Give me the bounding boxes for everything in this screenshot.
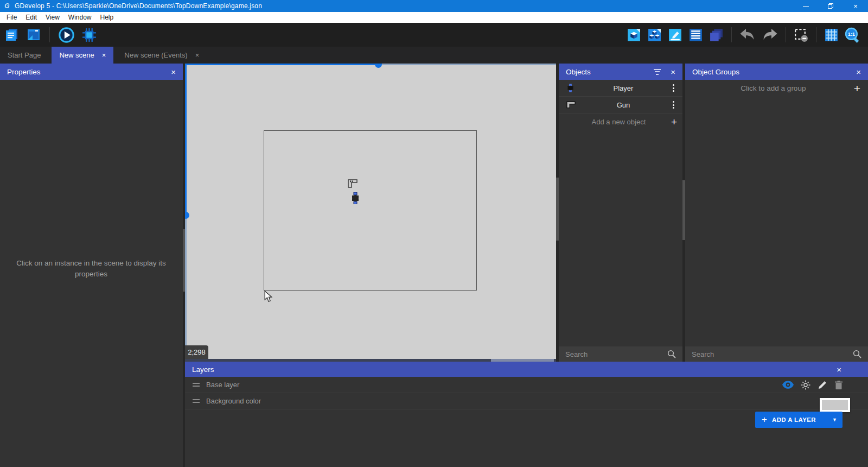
toolbar-separator	[49, 27, 50, 42]
object-name: Gun	[577, 101, 669, 109]
tab-label: New scene (Events)	[124, 51, 187, 59]
object-groups-panel-title: Object Groups	[692, 68, 856, 76]
toolbar-right-group: 1:1	[627, 27, 868, 43]
restore-button[interactable]	[818, 0, 843, 12]
drag-handle-icon[interactable]	[193, 399, 200, 403]
add-layer-button[interactable]: + ADD A LAYER ▼	[755, 412, 843, 428]
properties-panel-header: Properties ×	[0, 64, 183, 80]
plus-icon: +	[671, 117, 677, 127]
objects-close-icon[interactable]: ×	[671, 68, 675, 76]
minimize-icon	[803, 6, 809, 7]
project-manager-icon[interactable]	[4, 27, 20, 42]
canvas-scroll-handle-top[interactable]	[375, 64, 382, 68]
layer-row-background-color[interactable]: Background color	[185, 393, 868, 409]
gdevelop-window: G GDevelop 5 - C:\Users\Sparkle\OneDrive…	[0, 0, 868, 467]
objects-search-bar	[559, 346, 682, 362]
scene-canvas[interactable]: 2;298	[185, 64, 556, 362]
tab-new-scene-events[interactable]: New scene (Events) ×	[117, 47, 207, 64]
game-window-frame	[264, 130, 477, 291]
layers-toolbar-icon[interactable]	[709, 28, 724, 42]
objects-search-input[interactable]	[565, 350, 667, 358]
object-groups-panel-header: Object Groups ×	[685, 64, 868, 80]
layer-actions	[782, 380, 868, 390]
object-groups-icon[interactable]	[647, 28, 662, 42]
add-group-row[interactable]: Click to add a group +	[685, 80, 868, 97]
close-button[interactable]: ×	[843, 0, 868, 12]
menu-view[interactable]: View	[41, 12, 64, 23]
menu-bar: File Edit View Window Help	[0, 12, 868, 23]
layers-panel-header: Layers ×	[185, 362, 868, 377]
cursor-coordinates: 2;298	[188, 348, 206, 356]
toolbar-separator	[786, 27, 786, 42]
add-new-object-row[interactable]: Add a new object +	[559, 113, 682, 130]
undo-icon[interactable]	[739, 28, 756, 42]
properties-empty-message: Click on an instance in the scene to dis…	[10, 258, 173, 280]
tab-start-page[interactable]: Start Page	[0, 47, 48, 64]
objects-editor-icon[interactable]	[627, 28, 641, 42]
start-page-icon[interactable]	[26, 27, 41, 42]
instances-list-icon[interactable]	[688, 28, 703, 42]
player-instance[interactable]	[351, 192, 360, 206]
preview-icon[interactable]	[58, 27, 75, 43]
tab-close-icon[interactable]: ×	[195, 51, 200, 59]
menu-file[interactable]: File	[2, 12, 21, 23]
object-row-gun[interactable]: Gun	[559, 97, 682, 113]
add-object-label: Add a new object	[566, 118, 671, 126]
tab-close-icon[interactable]: ×	[102, 51, 106, 59]
layer-effects-icon[interactable]	[801, 380, 810, 390]
gdevelop-logo-icon: G	[3, 2, 11, 10]
add-layer-label: ADD A LAYER	[772, 416, 820, 423]
restore-icon	[828, 3, 833, 9]
gun-object-icon	[566, 101, 577, 109]
more-options-icon[interactable]	[669, 101, 677, 109]
tab-label: Start Page	[8, 51, 41, 59]
zoom-1-1-icon[interactable]: 1:1	[845, 27, 860, 43]
layer-row-base[interactable]: Base layer	[185, 377, 868, 393]
filter-icon[interactable]	[654, 69, 661, 75]
minimize-button[interactable]	[793, 0, 818, 12]
object-row-player[interactable]: Player	[559, 80, 682, 97]
canvas-scroll-line-left-rest	[185, 215, 187, 362]
layers-close-icon[interactable]: ×	[837, 365, 841, 374]
object-groups-close-icon[interactable]: ×	[856, 68, 861, 76]
objects-panel-header: Objects ×	[559, 64, 682, 80]
debug-icon[interactable]	[81, 27, 97, 43]
drag-handle-icon[interactable]	[193, 383, 200, 387]
layer-delete-icon[interactable]	[834, 380, 843, 390]
window-title: GDevelop 5 - C:\Users\Sparkle\OneDrive\D…	[15, 2, 262, 10]
canvas-scroll-line-top-rest	[378, 64, 556, 65]
objects-panel-title: Objects	[566, 68, 654, 76]
object-groups-search-bar	[685, 346, 868, 362]
properties-icon[interactable]	[668, 28, 682, 42]
visibility-eye-icon[interactable]	[782, 381, 794, 389]
mouse-cursor	[264, 291, 272, 305]
canvas-scroll-line-left	[185, 64, 187, 215]
layers-panel-title: Layers	[192, 365, 837, 374]
deselect-instances-icon[interactable]	[794, 28, 808, 42]
background-color-swatch[interactable]	[820, 398, 850, 412]
toolbar: 1:1	[0, 23, 868, 47]
caret-down-icon[interactable]: ▼	[832, 417, 837, 422]
gun-instance[interactable]	[348, 179, 358, 190]
grid-icon[interactable]	[824, 28, 839, 42]
search-icon	[667, 350, 676, 358]
plus-icon: +	[854, 83, 860, 94]
menu-help[interactable]: Help	[96, 12, 118, 23]
color-swatch-value	[822, 400, 848, 410]
cursor-coordinates-badge: 2;298	[185, 345, 208, 359]
object-groups-search-input[interactable]	[692, 350, 853, 358]
tab-new-scene[interactable]: New scene ×	[52, 47, 113, 64]
properties-close-icon[interactable]: ×	[171, 68, 176, 76]
menu-window[interactable]: Window	[64, 12, 96, 23]
toolbar-left-group	[0, 27, 97, 43]
plus-icon: +	[762, 414, 767, 425]
properties-panel-title: Properties	[7, 68, 171, 76]
more-options-icon[interactable]	[669, 84, 677, 92]
toolbar-separator	[731, 27, 732, 42]
canvas-scroll-handle-left[interactable]	[185, 212, 189, 219]
canvas-scroll-line-top	[185, 64, 378, 65]
layer-edit-icon[interactable]	[818, 380, 827, 390]
redo-icon[interactable]	[762, 28, 778, 42]
object-groups-panel: Object Groups × Click to add a group +	[685, 64, 868, 362]
menu-edit[interactable]: Edit	[21, 12, 41, 23]
